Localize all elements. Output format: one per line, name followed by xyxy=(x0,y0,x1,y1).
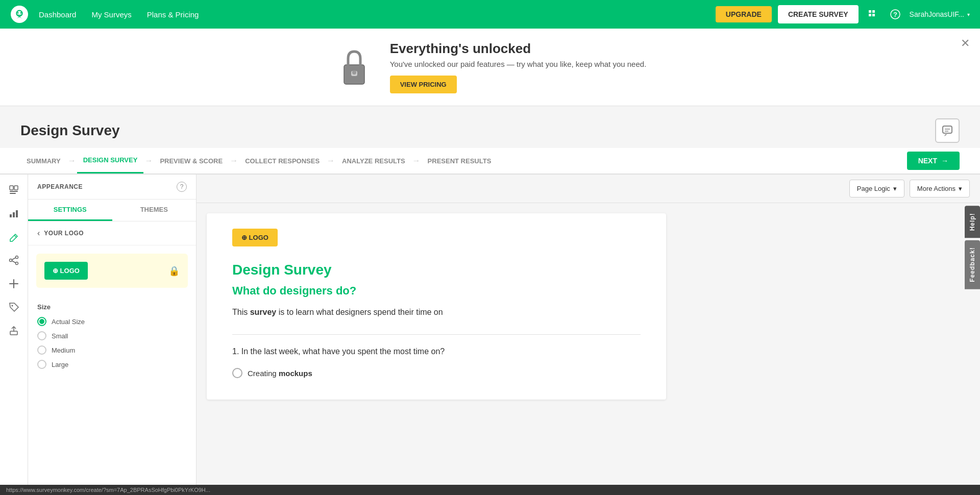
svg-rect-16 xyxy=(14,186,18,190)
more-actions-button[interactable]: More Actions ▾ xyxy=(910,180,970,197)
back-arrow-icon[interactable]: ‹ xyxy=(37,229,40,238)
help-tab[interactable]: Help! xyxy=(965,206,980,238)
banner-lock-icon xyxy=(334,44,375,90)
size-actual-size[interactable]: Actual Size xyxy=(37,317,187,326)
svg-line-26 xyxy=(12,261,16,263)
lock-icon: 🔒 xyxy=(168,265,180,277)
toolbar-row: Page Logic ▾ More Actions ▾ xyxy=(197,175,980,203)
svg-point-11 xyxy=(352,70,356,75)
size-label: Size xyxy=(37,303,187,311)
answer1-bold: mockups xyxy=(279,369,312,378)
nav-my-surveys[interactable]: My Surveys xyxy=(91,8,131,21)
step-summary[interactable]: SUMMARY xyxy=(20,148,67,174)
answer-option-1[interactable]: Creating mockups xyxy=(232,368,641,378)
svg-rect-21 xyxy=(16,210,18,217)
step-arrow-4: → xyxy=(327,156,335,165)
svg-rect-20 xyxy=(13,212,15,217)
logo[interactable] xyxy=(10,5,29,23)
size-small[interactable]: Small xyxy=(37,331,187,340)
next-arrow-icon: → xyxy=(941,157,948,165)
svg-point-2 xyxy=(20,12,21,14)
nav-dashboard[interactable]: Dashboard xyxy=(39,8,76,21)
appearance-help-icon[interactable]: ? xyxy=(177,182,187,192)
radio-small[interactable] xyxy=(37,331,46,340)
preview-description: This survey is to learn what designers s… xyxy=(232,306,641,319)
svg-rect-6 xyxy=(872,14,875,16)
svg-line-25 xyxy=(12,258,16,260)
page-logic-chevron-icon: ▾ xyxy=(893,185,897,192)
workflow-steps: SUMMARY → DESIGN SURVEY → PREVIEW & SCOR… xyxy=(20,148,497,174)
help-icon[interactable]: ? xyxy=(887,6,903,22)
appearance-title: APPEARANCE xyxy=(37,183,83,190)
banner-close-button[interactable]: ✕ xyxy=(961,37,970,50)
status-url: https://www.surveymonkey.com/create/?sm=… xyxy=(6,487,210,493)
chat-icon-button[interactable] xyxy=(935,118,960,143)
left-sidebar xyxy=(0,175,28,495)
user-menu[interactable]: SarahJonasUIF... ▾ xyxy=(910,10,970,18)
more-actions-label: More Actions xyxy=(917,185,955,192)
radio-actual-size[interactable] xyxy=(37,317,46,326)
preview-content: ⊕ LOGO Design Survey What do designers d… xyxy=(207,213,666,400)
user-name: SarahJonasUIF... xyxy=(910,10,964,18)
size-small-label: Small xyxy=(52,332,68,340)
appearance-panel: APPEARANCE ? SETTINGS THEMES ‹ YOUR LOGO… xyxy=(28,175,197,495)
banner-title: Everything's unlocked xyxy=(390,41,647,57)
banner-content: Everything's unlocked You've unlocked ou… xyxy=(390,41,647,93)
upgrade-button[interactable]: UPGRADE xyxy=(716,6,772,22)
next-button[interactable]: NEXT → xyxy=(907,152,960,170)
workflow-bar: SUMMARY → DESIGN SURVEY → PREVIEW & SCOR… xyxy=(0,148,980,175)
tab-themes[interactable]: THEMES xyxy=(112,200,197,221)
nav-links: Dashboard My Surveys Plans & Pricing xyxy=(39,8,716,21)
tag-icon-btn[interactable] xyxy=(4,297,24,317)
logic-icon-btn[interactable] xyxy=(4,250,24,270)
description-post: is to learn what designers spend their t… xyxy=(276,308,443,316)
description-pre: This xyxy=(232,308,250,316)
apps-icon[interactable] xyxy=(865,6,881,22)
size-actual-size-label: Actual Size xyxy=(52,318,85,326)
size-medium-label: Medium xyxy=(52,346,75,354)
question-text: 1. In the last week, what have you spent… xyxy=(232,345,641,358)
step-preview-score[interactable]: PREVIEW & SCORE xyxy=(154,148,229,174)
preview-logo-button[interactable]: ⊕ LOGO xyxy=(232,229,278,246)
feedback-tab[interactable]: Feedback! xyxy=(965,240,980,289)
panel-tabs: SETTINGS THEMES xyxy=(28,200,196,221)
svg-rect-3 xyxy=(869,10,871,13)
answer-radio-1[interactable] xyxy=(232,368,242,378)
nav-plans-pricing[interactable]: Plans & Pricing xyxy=(147,8,199,21)
size-section: Size Actual Size Small Medium Large xyxy=(28,296,196,381)
design-icon-btn[interactable] xyxy=(4,227,24,247)
radio-large[interactable] xyxy=(37,360,46,369)
svg-point-24 xyxy=(16,262,18,265)
page-logic-button[interactable]: Page Logic ▾ xyxy=(849,180,904,197)
size-medium[interactable]: Medium xyxy=(37,345,187,355)
create-survey-button[interactable]: CREATE SURVEY xyxy=(778,5,859,23)
step-design-survey[interactable]: DESIGN SURVEY xyxy=(77,148,144,174)
svg-point-1 xyxy=(17,12,19,14)
step-present-results[interactable]: PRESENT RESULTS xyxy=(422,148,498,174)
user-chevron-icon: ▾ xyxy=(967,12,970,17)
tab-settings[interactable]: SETTINGS xyxy=(28,200,112,221)
banner-subtitle: You've unlocked our paid features — try … xyxy=(390,60,647,68)
page-logic-label: Page Logic xyxy=(857,185,890,192)
svg-point-23 xyxy=(16,256,18,259)
logo-upload-button[interactable]: ⊕ LOGO xyxy=(44,262,88,280)
step-analyze-results[interactable]: ANALYZE RESULTS xyxy=(336,148,411,174)
size-large[interactable]: Large xyxy=(37,360,187,369)
radio-medium[interactable] xyxy=(37,345,46,355)
step-arrow-2: → xyxy=(144,156,153,165)
analytics-icon-btn[interactable] xyxy=(4,203,24,224)
appearance-header: APPEARANCE ? xyxy=(28,175,196,200)
question-number: 1. xyxy=(232,347,239,356)
step-collect-responses[interactable]: COLLECT RESPONSES xyxy=(239,148,326,174)
question-main-text: In the last week, what have you spent th… xyxy=(239,347,445,356)
promo-banner: Everything's unlocked You've unlocked ou… xyxy=(0,29,980,106)
svg-text:?: ? xyxy=(893,11,897,18)
add-question-icon-btn[interactable] xyxy=(4,274,24,294)
nav-right: UPGRADE CREATE SURVEY ? SarahJonasUIF...… xyxy=(716,5,970,23)
export-icon-btn[interactable] xyxy=(4,320,24,341)
survey-preview: Page Logic ▾ More Actions ▾ ⊕ LOGO Desig… xyxy=(197,175,980,495)
pages-icon-btn[interactable] xyxy=(4,180,24,200)
status-bar: https://www.surveymonkey.com/create/?sm=… xyxy=(0,485,980,495)
divider xyxy=(232,334,641,335)
view-pricing-button[interactable]: VIEW PRICING xyxy=(390,76,457,93)
